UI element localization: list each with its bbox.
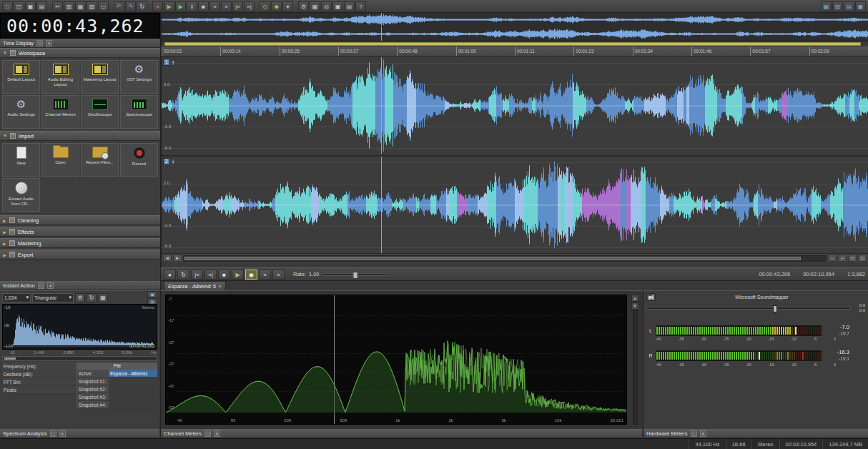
channel-meters-scrollbar[interactable]	[633, 310, 638, 425]
window-type-select[interactable]: Triangular▾	[32, 293, 74, 302]
collapsed-section-header[interactable]: ▶ Effects	[0, 227, 160, 237]
repeat-icon[interactable]: ↻	[137, 1, 147, 11]
close-icon[interactable]: ×	[47, 282, 54, 289]
zoom-tool-icon[interactable]: ◎	[321, 1, 332, 11]
horizontal-scrollbar[interactable]: ◄ ► − + ▭ ◫	[162, 253, 868, 262]
zoom-out-level-icon[interactable]: ▭	[848, 255, 857, 262]
copy-icon[interactable]: ▥	[64, 1, 74, 11]
properties-icon[interactable]: ▤	[36, 1, 47, 11]
cascade-windows-icon[interactable]: ▥	[832, 1, 843, 11]
cut-icon[interactable]: ✂	[52, 1, 63, 11]
play-button[interactable]: ▶	[232, 270, 244, 280]
scroll-right-icon[interactable]: ►	[173, 255, 182, 262]
snapshot-row[interactable]: Snapshot #4:	[77, 401, 157, 409]
region-icon[interactable]: ◈	[271, 1, 282, 11]
script-editor-icon[interactable]: ▣	[332, 1, 343, 11]
volume-slider-thumb[interactable]	[773, 305, 777, 312]
close-icon[interactable]: ×	[214, 430, 220, 437]
close-icon[interactable]: ×	[46, 40, 52, 46]
rate-slider[interactable]	[322, 273, 388, 276]
channel-1-badge[interactable]: 1	[163, 59, 170, 66]
workspace-item[interactable]: Audio Settings	[2, 95, 40, 129]
loop-playback-button[interactable]: ↻	[177, 270, 189, 280]
spectrum-scroll-slider[interactable]	[2, 356, 157, 361]
display-mode-icon[interactable]: ▦	[98, 293, 108, 302]
stop-icon[interactable]: ■	[198, 1, 209, 11]
workspace-section-header[interactable]: ▼ Workspace	[0, 48, 160, 58]
zoom-out-time-icon[interactable]: −	[828, 255, 837, 262]
paste-icon[interactable]: ▦	[75, 1, 86, 11]
import-item[interactable]: Recent Files...	[81, 143, 119, 177]
scrollbar-thumb[interactable]	[184, 257, 801, 260]
marker-icon[interactable]: ◇	[260, 1, 270, 11]
workspace-item[interactable]: Channel Meters	[41, 95, 79, 129]
rewind-button[interactable]: «	[259, 270, 271, 280]
rewind-icon[interactable]: «	[209, 1, 220, 11]
channel-1-waveform[interactable]: 6.0 2.0 -Inf. -2.0 -6.0 1 ▾	[162, 57, 868, 154]
settings-gear-icon[interactable]: ⚙	[75, 293, 85, 302]
snapshot-row[interactable]: Snapshot #2:	[77, 385, 157, 393]
output-volume-slider[interactable]	[646, 307, 851, 310]
redo-icon[interactable]: ↷	[125, 1, 136, 11]
scale-up-icon[interactable]: ▲	[631, 295, 639, 302]
mix-icon[interactable]: ▧	[87, 1, 97, 11]
new-icon[interactable]: □	[2, 1, 13, 11]
pause-icon[interactable]: ‖	[187, 1, 197, 11]
tab-close-icon[interactable]: ×	[219, 284, 222, 289]
go-to-start-icon[interactable]: |«	[232, 1, 243, 11]
channel-1-canvas[interactable]	[162, 57, 868, 154]
snapshot-row[interactable]: Snapshot #1:	[77, 378, 157, 385]
spectrum-scroll-thumb[interactable]	[4, 357, 16, 360]
file-overview-strip[interactable]	[161, 13, 868, 41]
play-icon[interactable]: ▶	[175, 1, 186, 11]
dock-icon[interactable]: □	[691, 430, 697, 437]
record-icon[interactable]: ●	[152, 1, 163, 11]
go-to-end-button[interactable]: »|	[204, 270, 217, 280]
dock-icon[interactable]: □	[204, 430, 211, 437]
close-icon[interactable]: ×	[700, 430, 706, 437]
loop-region-bar[interactable]	[164, 42, 861, 46]
workspace-item[interactable]: Spectroscope	[120, 95, 158, 129]
open-icon[interactable]: ◫	[14, 1, 24, 11]
collapsed-section-header[interactable]: ▶ Export	[0, 250, 160, 260]
undo-icon[interactable]: ↶	[114, 1, 124, 11]
fft-size-select[interactable]: 1,024▾	[2, 293, 31, 302]
time-ruler[interactable]: 00:00:0200:00:1400:00:2500:00:3700:00:48…	[162, 46, 868, 56]
snapshot-icon[interactable]: ▣	[147, 291, 157, 297]
import-item[interactable]: Open	[41, 143, 79, 177]
dock-icon[interactable]: □	[50, 430, 56, 437]
plugin-chainer-icon[interactable]: ▦	[310, 1, 320, 11]
channel-2-menu-icon[interactable]: ▾	[171, 159, 176, 165]
collapsed-section-header[interactable]: ▶ Mastering	[0, 238, 160, 248]
overview-waveform-left[interactable]	[162, 13, 868, 26]
scrollbar-track[interactable]	[183, 255, 827, 262]
play-all-icon[interactable]: ▶	[164, 1, 174, 11]
go-to-start-button[interactable]: |«	[191, 270, 203, 280]
collapsed-section-header[interactable]: ▶ Cleaning	[0, 215, 160, 225]
tools-icon[interactable]: ⚙	[298, 1, 309, 11]
dock-icon[interactable]: □	[38, 282, 44, 289]
tile-windows-icon[interactable]: ▤	[844, 1, 854, 11]
scale-down-icon[interactable]: ▼	[631, 302, 639, 310]
workspace-item[interactable]: VST Settings	[120, 60, 158, 94]
zoom-in-time-icon[interactable]: +	[838, 255, 847, 262]
import-section-header[interactable]: ▼ Import	[0, 131, 160, 141]
channel-2-badge[interactable]: 2	[163, 158, 170, 165]
import-item[interactable]: Extract Audio from CD...	[2, 178, 40, 212]
channel-2-waveform[interactable]: 6.0 2.0 -Inf. -2.0 -6.0 2 ▾	[162, 155, 868, 252]
scrub-button[interactable]: ◉	[245, 270, 257, 280]
stop-button[interactable]: ■	[218, 270, 230, 280]
zoom-in-level-icon[interactable]: ◫	[858, 255, 867, 262]
scroll-left-icon[interactable]: ◄	[163, 255, 172, 262]
close-all-icon[interactable]: ▣	[855, 1, 866, 11]
save-icon[interactable]: ▣	[25, 1, 36, 11]
workspace-item[interactable]: Default Layout	[2, 60, 40, 94]
record-button[interactable]: ●	[164, 270, 176, 280]
workspace-item[interactable]: Oscilloscope	[81, 95, 119, 129]
forward-button[interactable]: »	[272, 270, 285, 280]
forward-icon[interactable]: »	[221, 1, 232, 11]
close-icon[interactable]: ×	[59, 430, 66, 437]
channel-2-canvas[interactable]	[162, 157, 868, 253]
dock-icon[interactable]: □	[36, 40, 43, 46]
document-tab[interactable]: Esparza - Albemiz 5 ×	[164, 281, 226, 290]
